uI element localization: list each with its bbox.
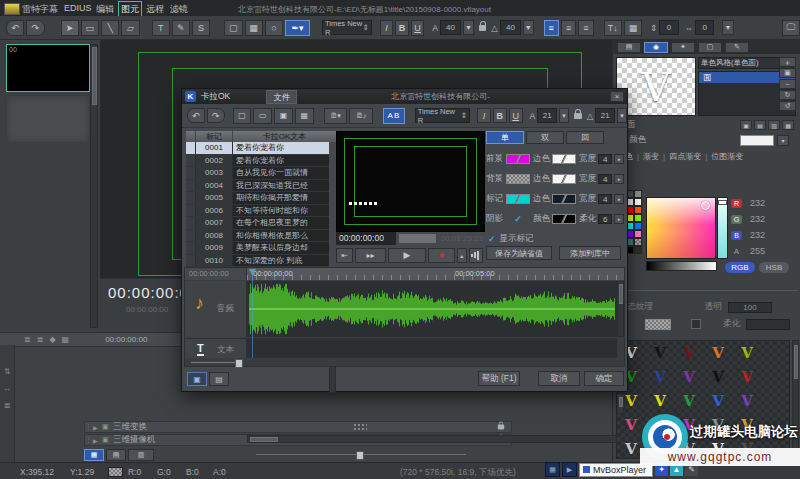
library-style-item[interactable]: V bbox=[646, 341, 674, 364]
font-size-input[interactable]: 40 bbox=[440, 20, 461, 35]
expand-icon[interactable]: ▶ bbox=[93, 437, 102, 444]
dlg-redo-button[interactable]: ↷ bbox=[207, 108, 225, 123]
mode-tab-double[interactable]: 双 bbox=[526, 131, 564, 144]
fg-width-input[interactable]: 4 bbox=[598, 154, 612, 164]
frame-tool[interactable]: ▢ bbox=[224, 20, 242, 36]
tl-icon-2[interactable]: ≣ bbox=[37, 335, 44, 344]
current-color-swatch[interactable] bbox=[740, 135, 774, 146]
expand-icon[interactable]: ▶ bbox=[93, 424, 102, 431]
color-field[interactable] bbox=[646, 197, 716, 259]
palette-swatch[interactable] bbox=[634, 230, 642, 238]
tl-button-3[interactable]: ▥ bbox=[128, 449, 154, 461]
template-thumb[interactable] bbox=[6, 95, 90, 143]
dlg-font-select[interactable]: Times New R⇕ bbox=[415, 108, 470, 123]
g-value[interactable]: 232 bbox=[750, 214, 765, 224]
lyrics-row[interactable]: 0009美梦醒来以后身边却 bbox=[186, 242, 329, 255]
textpath-tool[interactable]: S bbox=[192, 20, 210, 36]
brightness-bar[interactable] bbox=[646, 261, 717, 271]
text-tool[interactable]: T bbox=[152, 20, 170, 36]
marker-button[interactable]: ▴ bbox=[457, 248, 467, 263]
mark-edge-swatch[interactable] bbox=[552, 194, 576, 204]
texture-checkbox[interactable] bbox=[691, 319, 701, 329]
library-style-item[interactable]: V bbox=[675, 341, 703, 364]
dlg-size-input[interactable]: 21 bbox=[537, 108, 557, 123]
dlg-lock-icon[interactable] bbox=[574, 113, 582, 119]
dlg-bold-button[interactable]: B bbox=[493, 108, 507, 123]
fill-tab-gradient[interactable]: 渐变 bbox=[643, 151, 659, 162]
scale-dropdown[interactable]: ▼ bbox=[523, 20, 534, 35]
font-family-select[interactable]: Times New R⇕ bbox=[322, 20, 372, 35]
bg-edge-swatch[interactable] bbox=[552, 174, 576, 184]
color-more-button[interactable]: ▾ bbox=[777, 135, 789, 146]
drag-handle-icon[interactable]: ⋮ bbox=[85, 423, 93, 431]
italic-button[interactable]: I bbox=[380, 20, 393, 36]
shadow-checkbox[interactable]: ✓ bbox=[506, 214, 530, 224]
preview-progress[interactable] bbox=[398, 233, 437, 244]
lock-icon[interactable] bbox=[479, 25, 487, 31]
redo-button[interactable]: ↷ bbox=[26, 20, 44, 36]
tl-zoom-slider[interactable] bbox=[256, 454, 466, 455]
image-tool[interactable]: ▦ bbox=[245, 20, 263, 36]
safe-area-toggle-button[interactable]: ▣ bbox=[187, 372, 207, 386]
library-style-item[interactable]: V bbox=[646, 389, 674, 412]
grid-toggle-button[interactable]: ▤ bbox=[209, 372, 229, 386]
dlg-scale-input[interactable]: 21 bbox=[595, 108, 615, 123]
mode-tab-single[interactable]: 单 bbox=[486, 131, 524, 144]
cancel-button[interactable]: 取消 bbox=[538, 371, 580, 386]
play-button[interactable]: ▶ bbox=[388, 248, 426, 263]
tl-icon-3[interactable]: ◆ bbox=[49, 335, 55, 344]
monitor-button[interactable]: 🖵 bbox=[782, 20, 800, 36]
grid-button[interactable]: ▦ bbox=[624, 20, 642, 36]
layer-up-button[interactable]: ↻ bbox=[779, 90, 796, 100]
skew-tool[interactable]: ▱ bbox=[121, 20, 139, 36]
lyrics-row[interactable]: 0005期待和你揭开那爱情 bbox=[186, 192, 329, 205]
dlg-import-marks-button[interactable]: 🖹▾ bbox=[324, 108, 348, 124]
dlg-size-dropdown[interactable]: ▼ bbox=[559, 108, 569, 123]
b-value[interactable]: 232 bbox=[750, 230, 765, 240]
step-button[interactable]: ▸▸ bbox=[355, 248, 386, 263]
face-icon-3[interactable]: ▥ bbox=[768, 120, 780, 130]
library-style-item[interactable]: V bbox=[704, 365, 732, 388]
dlg-underline-button[interactable]: U bbox=[509, 108, 523, 123]
wave-ruler[interactable]: 00:00:00:00 00:00:05:00 bbox=[247, 268, 624, 280]
tl-icon-4[interactable]: ▦ bbox=[62, 335, 70, 344]
library-style-item[interactable]: V bbox=[675, 365, 703, 388]
palette-swatch[interactable] bbox=[634, 214, 642, 222]
color-field-marker[interactable] bbox=[701, 201, 710, 210]
template-thumb-selected[interactable]: 00 bbox=[6, 44, 90, 92]
palette-swatch[interactable] bbox=[634, 190, 642, 198]
texture-swatch[interactable] bbox=[645, 319, 671, 330]
vertical-text-button[interactable]: T↓ bbox=[604, 20, 622, 36]
palette-swatch[interactable] bbox=[634, 206, 642, 214]
volume-button[interactable] bbox=[469, 248, 483, 263]
shadow-color-swatch[interactable] bbox=[552, 214, 576, 224]
curve-tool[interactable]: ✎ bbox=[172, 20, 190, 36]
tl-icon-1[interactable]: ≣ bbox=[24, 335, 31, 344]
face-icon-4[interactable]: ▦ bbox=[782, 120, 794, 130]
menu-edit[interactable]: 编辑 bbox=[96, 3, 114, 16]
lyrics-row[interactable]: 0001爱着你宠着你 bbox=[186, 142, 329, 155]
audio-track[interactable] bbox=[247, 281, 617, 337]
char-spacing-input[interactable]: 0 bbox=[695, 20, 714, 35]
fg-more-button[interactable]: ▸ bbox=[614, 154, 624, 164]
tab-search[interactable]: ▤ bbox=[617, 42, 641, 53]
add-layer-button[interactable]: ＋ bbox=[779, 57, 796, 67]
opacity-input[interactable]: 100 bbox=[728, 302, 772, 313]
dialog-menu-file[interactable]: 文件 bbox=[266, 90, 297, 104]
mark-color-swatch[interactable] bbox=[506, 194, 530, 204]
tl-side-icon-3[interactable]: ≣ bbox=[0, 401, 14, 410]
dlg-italic-button[interactable]: I bbox=[477, 108, 491, 123]
drag-handle-icon[interactable]: ⋮ bbox=[85, 436, 93, 444]
bg-color-swatch[interactable] bbox=[506, 174, 530, 184]
mode-tab-loop[interactable]: 回 bbox=[566, 131, 604, 144]
tl-side-icon-2[interactable]: ↔ bbox=[0, 384, 14, 393]
palette-swatch[interactable] bbox=[634, 238, 642, 246]
wave-vscroll[interactable] bbox=[617, 281, 624, 337]
library-style-item[interactable]: V bbox=[704, 341, 732, 364]
undo-button[interactable]: ↶ bbox=[6, 20, 24, 36]
text-track-header[interactable]: T 文本 bbox=[185, 338, 247, 358]
tl-mode-button[interactable]: ▦ bbox=[84, 449, 104, 461]
soften-input[interactable] bbox=[746, 319, 790, 330]
add-to-library-button[interactable]: 添加到库中 bbox=[559, 246, 621, 260]
rect-tool[interactable]: ▭ bbox=[81, 20, 99, 36]
